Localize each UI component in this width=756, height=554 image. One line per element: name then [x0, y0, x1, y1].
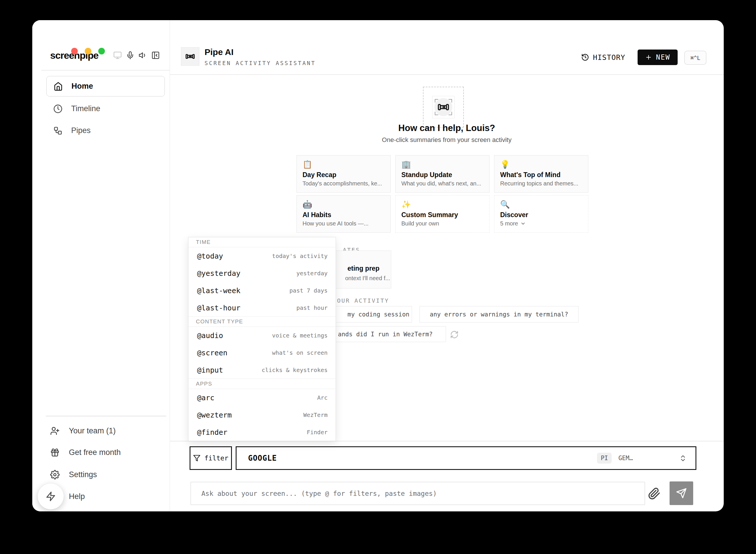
sidebar-item-pipes[interactable]: Pipes — [46, 120, 165, 141]
chevrons-up-down-icon — [679, 454, 687, 462]
page-title: Pipe AI — [205, 47, 234, 57]
chevron-down-icon — [520, 221, 526, 226]
sidebar-divider — [41, 70, 170, 70]
query-value[interactable]: GOOGLE — [248, 454, 277, 462]
card-title: AI Habits — [303, 211, 385, 219]
card-standup-update[interactable]: 🏢 Standup Update What you did, what's ne… — [395, 155, 490, 192]
sidebar: screenpipe Home Timeline Pipes Your team… — [32, 20, 170, 511]
send-button[interactable] — [669, 482, 693, 505]
speaker-icon[interactable] — [139, 51, 147, 60]
assistant-avatar — [181, 47, 199, 66]
greeting-heading: How can I help, Louis? — [170, 123, 724, 133]
filter-suggestions-popup: TIME @todaytoday's activity @yesterdayye… — [188, 237, 336, 441]
filter-option-yesterday[interactable]: @yesterdayyesterday — [189, 265, 336, 282]
card-title: Discover — [500, 211, 582, 219]
sidebar-item-your-team[interactable]: Your team (1) — [50, 422, 165, 439]
filter-section-content-type: CONTENT TYPE @audiovoice & meetings @scr… — [189, 317, 336, 379]
card-title: Standup Update — [401, 171, 484, 179]
sidebar-item-timeline[interactable]: Timeline — [46, 99, 165, 119]
monitor-icon[interactable] — [113, 51, 122, 60]
card-description: How you use AI tools —... — [303, 220, 385, 227]
filter-button[interactable]: filter — [190, 446, 232, 470]
filter-section-apps: APPS @arcArc @weztermWezTerm @finderFind… — [189, 379, 336, 441]
clipboard-emoji-icon: 📋 — [303, 160, 385, 169]
filter-option-input[interactable]: @inputclicks & keystrokes — [189, 362, 336, 379]
filter-section-header: APPS — [189, 379, 336, 389]
card-whats-top-of-mind[interactable]: 💡 What's Top of Mind Recurring topics an… — [494, 155, 588, 192]
card-custom-summary[interactable]: ✨ Custom Summary Build your own — [395, 195, 490, 233]
suggestion-chip[interactable]: any errors or warnings in my terminal? — [419, 306, 578, 323]
app-window: screenpipe Home Timeline Pipes Your team… — [32, 20, 724, 511]
sidebar-item-label: Your team (1) — [69, 427, 116, 435]
traffic-lights — [71, 48, 105, 54]
topbar-divider — [170, 74, 724, 75]
close-window-button[interactable] — [71, 48, 78, 54]
filter-option-screen[interactable]: @screenwhat's on screen — [189, 344, 336, 362]
filter-option-last-hour[interactable]: @last-hourpast hour — [189, 299, 336, 317]
sidebar-item-settings[interactable]: Settings — [50, 466, 165, 483]
filter-section-time: TIME @todaytoday's activity @yesterdayye… — [189, 237, 336, 317]
gear-icon — [50, 470, 60, 480]
card-description: 5 more — [500, 220, 582, 227]
filter-section-header: CONTENT TYPE — [189, 317, 336, 327]
greeting-tagline: One-click summaries from your screen act… — [170, 136, 724, 144]
model-selector[interactable]: PI GEM… — [597, 453, 696, 463]
refresh-suggestions-icon[interactable] — [450, 330, 459, 339]
sparkles-emoji-icon: ✨ — [401, 200, 484, 209]
history-icon — [581, 53, 589, 61]
robot-emoji-icon: 🤖 — [303, 200, 385, 209]
pipe-icon — [437, 101, 450, 113]
ask-input[interactable] — [191, 482, 645, 505]
magnifier-emoji-icon: 🔍 — [500, 200, 582, 209]
card-discover[interactable]: 🔍 Discover 5 more — [494, 195, 588, 233]
filter-option-wezterm[interactable]: @weztermWezTerm — [189, 406, 336, 424]
query-bar[interactable]: GOOGLE PI GEM… — [236, 446, 696, 470]
sidebar-item-label: Pipes — [71, 126, 91, 135]
sidebar-item-label: Settings — [69, 470, 97, 479]
send-icon — [676, 488, 687, 499]
filter-section-header: TIME — [189, 237, 336, 247]
activity-section-label-fragment: OUR ACTIVITY — [337, 297, 389, 304]
sidebar-item-help[interactable]: Help — [50, 488, 165, 505]
card-day-recap[interactable]: 📋 Day Recap Today's accomplishments, ke.… — [297, 155, 391, 192]
sidebar-item-label: Get free month — [69, 448, 121, 457]
filter-option-today[interactable]: @todaytoday's activity — [189, 247, 336, 265]
page-subtitle: SCREEN ACTIVITY ASSISTANT — [205, 60, 316, 66]
model-name: GEM… — [618, 455, 633, 461]
assistant-hero-icon — [423, 87, 464, 127]
filter-option-last-week[interactable]: @last-weekpast 7 days — [189, 282, 336, 299]
paperclip-icon — [648, 487, 661, 500]
pipe-icon — [185, 51, 195, 62]
minimize-window-button[interactable] — [85, 48, 91, 54]
card-title: Day Recap — [303, 171, 385, 179]
history-button[interactable]: HISTORY — [581, 50, 625, 65]
sidebar-footer-divider — [46, 416, 166, 417]
attach-file-button[interactable] — [648, 487, 661, 500]
quick-action-fab[interactable] — [38, 484, 64, 509]
card-title: What's Top of Mind — [500, 171, 582, 179]
filter-option-finder[interactable]: @finderFinder — [189, 424, 336, 441]
card-description: Today's accomplishments, ke... — [303, 180, 385, 187]
collapse-sidebar-icon[interactable] — [151, 51, 160, 60]
card-ai-habits[interactable]: 🤖 AI Habits How you use AI tools —... — [297, 195, 391, 233]
card-description: Build your own — [401, 220, 484, 227]
sidebar-item-label: Help — [69, 492, 85, 501]
summary-card-grid: 📋 Day Recap Today's accomplishments, ke.… — [297, 155, 593, 233]
building-emoji-icon: 🏢 — [401, 160, 484, 169]
workflow-icon — [53, 126, 62, 135]
sidebar-item-label: Home — [71, 82, 93, 91]
filter-option-audio[interactable]: @audiovoice & meetings — [189, 327, 336, 344]
microphone-icon[interactable] — [126, 51, 135, 60]
template-card-title-fragment: eting prep — [347, 265, 380, 272]
funnel-icon — [193, 454, 201, 462]
sidebar-item-label: Timeline — [71, 104, 100, 113]
home-icon — [54, 82, 63, 91]
new-chat-button[interactable]: NEW — [638, 50, 677, 65]
provider-badge: PI — [597, 453, 612, 463]
template-card-desc-fragment: ontext I'll need f... — [345, 275, 390, 282]
sidebar-item-home[interactable]: Home — [46, 76, 165, 97]
zoom-window-button[interactable] — [98, 48, 105, 54]
suggestion-chip[interactable]: my coding session — [332, 306, 412, 323]
filter-option-arc[interactable]: @arcArc — [189, 389, 336, 406]
sidebar-item-get-free-month[interactable]: Get free month — [50, 444, 165, 461]
